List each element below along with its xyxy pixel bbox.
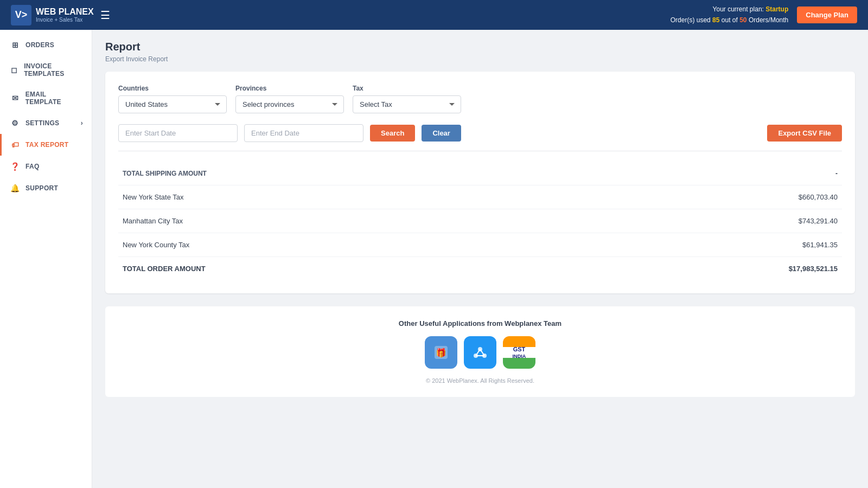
- report-card: Countries United States Provinces Select…: [105, 72, 855, 293]
- results-table: TOTAL SHIPPING AMOUNT - New York State T…: [118, 162, 842, 280]
- sidebar-item-tax-report[interactable]: 🏷 TAX REPORT: [0, 134, 92, 156]
- sidebar: ⊞ ORDERS ◻ INVOICE TEMPLATES ✉ EMAIL TEM…: [0, 30, 92, 488]
- app2-icon: [471, 344, 489, 361]
- result-value: $61,941.35: [802, 241, 838, 249]
- result-label: Manhattan City Tax: [123, 217, 183, 225]
- result-value: $743,291.40: [799, 217, 838, 225]
- main-content: Report Export Invoice Report Countries U…: [92, 30, 868, 488]
- total-label: TOTAL ORDER AMOUNT: [123, 265, 206, 273]
- app-header: V> WEB PLANEX Invoice + Sales Tax ☰ Your…: [0, 0, 868, 30]
- table-row: New York State Tax $660,703.40: [118, 185, 842, 209]
- table-row: Manhattan City Tax $743,291.40: [118, 209, 842, 233]
- support-icon: 🔔: [10, 184, 20, 192]
- sidebar-item-label: SETTINGS: [25, 119, 59, 127]
- gst-label: GSTINDIA: [513, 346, 526, 359]
- sidebar-item-settings[interactable]: ⚙ SETTINGS ›: [0, 112, 92, 134]
- app-icons-row: 🎁 GSTINDIA: [118, 336, 842, 369]
- country-filter-group: Countries United States: [118, 85, 227, 113]
- plan-name: Startup: [765, 5, 788, 13]
- provinces-select[interactable]: Select provinces: [235, 95, 344, 113]
- brand-name: WEB PLANEX: [36, 7, 94, 17]
- apps-title: Other Useful Applications from Webplanex…: [118, 319, 842, 328]
- sidebar-item-orders[interactable]: ⊞ ORDERS: [0, 34, 92, 56]
- result-label: New York State Tax: [123, 193, 184, 201]
- app-icon-2[interactable]: [464, 336, 496, 369]
- sidebar-item-support[interactable]: 🔔 SUPPORT: [0, 177, 92, 199]
- logo-icon: V>: [11, 5, 31, 25]
- countries-select[interactable]: United States: [118, 95, 227, 113]
- total-value: $17,983,521.15: [789, 265, 838, 273]
- header-left: V> WEB PLANEX Invoice + Sales Tax ☰: [11, 5, 110, 25]
- tax-filter-group: Tax Select Tax: [353, 85, 461, 113]
- email-icon: ✉: [10, 94, 20, 102]
- chevron-right-icon: ›: [81, 119, 83, 127]
- app-icon-1[interactable]: 🎁: [425, 336, 457, 369]
- provinces-label: Provinces: [235, 85, 344, 92]
- search-button[interactable]: Search: [370, 125, 415, 142]
- faq-icon: ❓: [10, 162, 20, 171]
- svg-line-5: [476, 349, 480, 356]
- header-right: Your current plan: Startup Order(s) used…: [671, 4, 857, 25]
- tax-label: Tax: [353, 85, 461, 92]
- sidebar-item-faq[interactable]: ❓ FAQ: [0, 156, 92, 177]
- sidebar-item-label: TAX REPORT: [25, 141, 68, 149]
- result-label: New York County Tax: [123, 241, 189, 249]
- app1-icon: 🎁: [432, 344, 450, 361]
- sidebar-item-label: EMAIL TEMPLATE: [25, 91, 83, 106]
- orders-info: Order(s) used 85 out of 50 Orders/Month: [671, 15, 789, 25]
- result-value: $660,703.40: [799, 193, 838, 201]
- orders-used: 85: [712, 16, 719, 24]
- plan-info: Your current plan: Startup Order(s) used…: [671, 4, 789, 25]
- end-date-input[interactable]: [244, 124, 363, 142]
- sidebar-item-email-template[interactable]: ✉ EMAIL TEMPLATE: [0, 84, 92, 112]
- filter-row: Countries United States Provinces Select…: [118, 85, 842, 113]
- logo-text: WEB PLANEX Invoice + Sales Tax: [36, 7, 94, 23]
- start-date-input[interactable]: [118, 124, 238, 142]
- brand-sub: Invoice + Sales Tax: [36, 17, 94, 23]
- copyright: © 2021 WebPlanex. All Rights Reserved.: [118, 377, 842, 384]
- date-action-row: Search Clear Export CSV File: [118, 124, 842, 151]
- hamburger-button[interactable]: ☰: [100, 9, 110, 22]
- result-value: -: [835, 170, 838, 177]
- tax-select[interactable]: Select Tax: [353, 95, 461, 113]
- result-label: TOTAL SHIPPING AMOUNT: [123, 170, 207, 177]
- sidebar-item-label: SUPPORT: [25, 184, 58, 192]
- countries-label: Countries: [118, 85, 227, 92]
- invoice-icon: ◻: [10, 66, 18, 74]
- orders-limit: 50: [739, 16, 746, 24]
- tax-icon: 🏷: [10, 140, 20, 149]
- clear-button[interactable]: Clear: [422, 125, 461, 142]
- province-filter-group: Provinces Select provinces: [235, 85, 344, 113]
- sidebar-item-label: ORDERS: [25, 41, 54, 49]
- table-row: TOTAL SHIPPING AMOUNT -: [118, 162, 842, 185]
- export-csv-button[interactable]: Export CSV File: [767, 125, 842, 142]
- settings-icon: ⚙: [10, 119, 20, 127]
- svg-text:🎁: 🎁: [436, 348, 446, 358]
- sidebar-item-label: INVOICE TEMPLATES: [24, 62, 83, 78]
- total-row: TOTAL ORDER AMOUNT $17,983,521.15: [118, 257, 842, 280]
- table-row: New York County Tax $61,941.35: [118, 233, 842, 257]
- page-subtitle: Export Invoice Report: [105, 55, 855, 63]
- logo: V> WEB PLANEX Invoice + Sales Tax: [11, 5, 94, 25]
- svg-line-6: [480, 349, 484, 356]
- main-layout: ⊞ ORDERS ◻ INVOICE TEMPLATES ✉ EMAIL TEM…: [0, 30, 868, 488]
- sidebar-item-invoice-templates[interactable]: ◻ INVOICE TEMPLATES: [0, 56, 92, 84]
- page-title: Report: [105, 41, 855, 53]
- app-icon-3[interactable]: GSTINDIA: [503, 336, 535, 369]
- sidebar-item-label: FAQ: [25, 163, 40, 170]
- footer-section: Other Useful Applications from Webplanex…: [105, 306, 855, 397]
- plan-text: Your current plan: Startup: [671, 4, 789, 15]
- orders-icon: ⊞: [10, 41, 20, 49]
- change-plan-button[interactable]: Change Plan: [797, 7, 857, 23]
